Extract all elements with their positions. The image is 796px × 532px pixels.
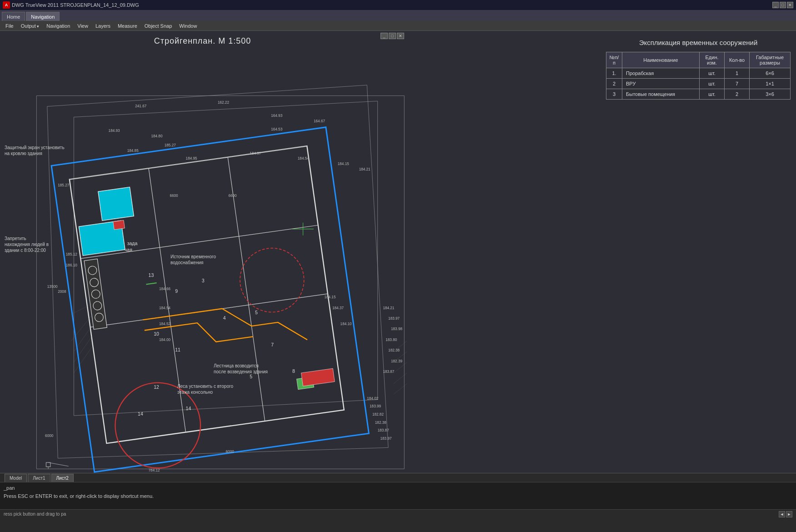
tab-list1[interactable]: Лист1 [28,474,50,482]
svg-text:184.15: 184.15 [324,295,335,299]
svg-text:184.93: 184.93 [109,129,120,133]
annotation-staircase: Лестница возводитсяпосле возведения здан… [214,363,268,375]
tab-model[interactable]: Model [5,474,27,482]
bottom-nav: ◄ ► [779,511,792,517]
svg-text:184.15: 184.15 [338,162,349,166]
svg-rect-25 [113,220,125,230]
svg-text:2008: 2008 [58,290,66,294]
window-controls: _ □ ✕ [772,2,793,8]
table-row: 3 Бытовые помещения шт. 2 3×6 [606,89,791,100]
scroll-left-button[interactable]: ◄ [779,511,785,517]
svg-text:184.85: 184.85 [127,149,139,153]
svg-rect-24 [98,187,134,221]
col-header-num: №п/п [606,52,622,68]
toolbar-tabs: Home Navigation [0,10,796,21]
menu-navigation[interactable]: Navigation [43,22,74,30]
annotation-scaffold: Леса установить с второгоэтажа консольно [177,383,233,395]
svg-text:184.80: 184.80 [151,134,162,138]
title-bar: A DWG TrueView 2011 STROJGENPLAN_14_12_0… [0,0,796,10]
draw-restore-button[interactable]: □ [389,33,396,39]
svg-text:8: 8 [292,368,295,374]
menu-view[interactable]: View [74,22,92,30]
svg-text:164.67: 164.67 [314,119,325,123]
drawing-title: Стройгенплан. М 1:500 [0,36,405,46]
annotation-forbid: Запретитьнахождения людей вздании с 8:00… [5,236,49,253]
svg-text:164.93: 164.93 [271,114,282,118]
svg-text:182.82: 182.82 [372,412,384,417]
draw-close-button[interactable]: ✕ [397,33,404,39]
legend-table: №п/п Наименование Един.изм. Кол-во Габар… [606,52,791,100]
svg-text:5: 5 [255,310,258,315]
svg-text:6000: 6000 [226,450,235,454]
svg-text:182.38: 182.38 [388,348,400,352]
svg-text:184.97: 184.97 [250,151,261,156]
svg-text:14: 14 [138,411,143,417]
menu-bar: File Output Navigation View Layers Measu… [0,21,796,31]
svg-text:чая: чая [125,247,132,252]
svg-text:185.12: 185.12 [66,252,77,256]
status-bar: ress pick button and drag to pa ◄ ► [0,509,796,518]
tab-navigation[interactable]: Navigation [26,12,60,21]
col-header-name: Наименование [622,52,700,68]
svg-text:184.54: 184.54 [298,156,309,161]
menu-file[interactable]: File [2,22,17,30]
drawing-window-controls: _ □ ✕ [380,32,405,40]
svg-text:6600: 6600 [228,194,237,198]
scroll-right-button[interactable]: ► [786,511,792,517]
svg-text:14: 14 [186,406,191,411]
command-input[interactable] [4,501,792,507]
command-area: _pan Press ESC or ENTER to exit, or righ… [0,482,796,509]
svg-text:184.66: 184.66 [159,287,170,291]
svg-text:184.37: 184.37 [332,306,344,310]
svg-text:184.54: 184.54 [159,306,170,310]
close-button[interactable]: ✕ [787,2,793,8]
menu-object-snap[interactable]: Object Snap [141,22,176,30]
svg-text:184.02: 184.02 [367,396,378,401]
svg-text:13: 13 [149,272,154,278]
svg-text:184.21: 184.21 [383,306,394,310]
window-title: DWG TrueView 2011 STROJGENPLAN_14_12_09.… [12,2,139,8]
command-line-1: _pan [4,484,792,492]
svg-text:184.21: 184.21 [359,167,370,171]
command-line-2: Press ESC or ENTER to exit, or right-cli… [4,492,792,501]
col-header-unit: Един.изм. [700,52,725,68]
menu-output[interactable]: Output [17,22,43,30]
table-row: 1. Прорабская шт. 1 6×6 [606,68,791,79]
svg-text:183.98: 183.98 [391,327,402,331]
menu-measure[interactable]: Measure [114,22,141,30]
tab-list2[interactable]: Лист2 [51,474,74,482]
svg-text:185.27: 185.27 [165,143,176,147]
svg-text:185.27: 185.27 [58,183,69,187]
legend-title: Экспликация временных сооружений [606,39,791,46]
minimize-button[interactable]: _ [772,2,779,8]
svg-text:13500: 13500 [47,285,58,289]
svg-text:183.97: 183.97 [380,437,392,441]
svg-text:6600: 6600 [170,194,178,198]
restore-button[interactable]: □ [780,2,786,8]
drawing-canvas[interactable]: _ □ ✕ Стройгенплан. М 1:500 [0,31,601,473]
svg-text:184.10: 184.10 [340,322,352,326]
main-content: _ □ ✕ Стройгенплан. М 1:500 [0,31,796,473]
svg-text:6000: 6000 [45,434,54,438]
menu-window[interactable]: Window [175,22,200,30]
svg-text:184.95: 184.95 [186,156,197,161]
svg-text:184.00: 184.00 [159,338,170,342]
svg-text:784.12: 784.12 [149,468,160,472]
col-header-qty: Кол-во [725,52,750,68]
app-icon: A [3,1,10,9]
annotation-shield: Защитный экран установитьна кровлю здани… [5,145,65,156]
svg-text:162.22: 162.22 [218,100,229,105]
svg-text:3: 3 [202,278,205,283]
svg-text:9: 9 [175,288,178,294]
tab-home[interactable]: Home [2,12,25,21]
svg-text:164.53: 164.53 [271,127,282,131]
svg-text:183.87: 183.87 [378,428,389,432]
svg-text:182.38: 182.38 [375,421,386,425]
svg-text:зада: зада [127,241,138,246]
menu-layers[interactable]: Layers [92,22,114,30]
svg-text:186.10: 186.10 [66,263,77,267]
svg-text:183.87: 183.87 [383,370,394,374]
svg-text:10: 10 [154,331,159,336]
col-header-size: Габаритныеразмеры [750,52,791,68]
draw-minimize-button[interactable]: _ [380,33,388,39]
